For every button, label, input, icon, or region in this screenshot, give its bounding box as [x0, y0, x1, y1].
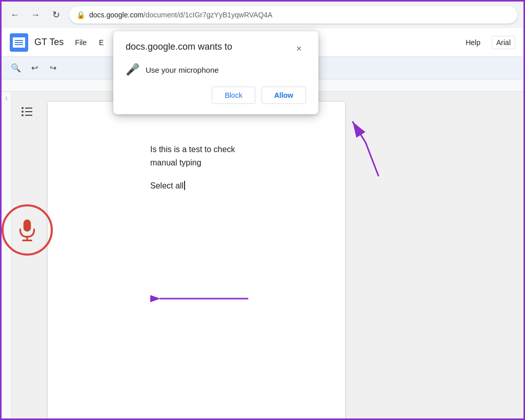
docs-app-icon [10, 33, 28, 52]
lock-icon: 🔒 [76, 11, 85, 19]
permission-dialog: docs.google.com wants to × 🎤 Use your mi… [113, 31, 318, 114]
dialog-permission-row: 🎤 Use your microphone [126, 63, 306, 76]
url-text: docs.google.com/document/d/1cIGr7gzYyB1y… [89, 11, 272, 19]
microphone-icon: 🎤 [126, 63, 139, 76]
document-text: Is this is a test to check manual typing… [150, 143, 235, 203]
forward-button[interactable]: → [28, 8, 43, 22]
svg-rect-1 [25, 111, 32, 112]
svg-point-5 [22, 114, 24, 116]
permission-text: Use your microphone [146, 66, 219, 74]
doc-paragraph-1: Is this is a test to check manual typing [150, 143, 235, 169]
svg-point-3 [22, 107, 24, 109]
undo-button[interactable]: ↩ [26, 60, 43, 76]
address-bar[interactable]: 🔒 docs.google.com/document/d/1cIGr7gzYyB… [69, 6, 517, 24]
docs-content: 1 [2, 92, 523, 420]
document-page: Is this is a test to check manual typing… [48, 102, 345, 420]
list-icon[interactable] [22, 107, 33, 119]
help-label: Help [460, 35, 486, 50]
dialog-actions: Block Allow [126, 87, 306, 104]
svg-point-4 [22, 111, 24, 113]
font-selector[interactable]: Arial [492, 36, 515, 49]
url-domain: docs.google.com [89, 11, 144, 19]
vertical-ruler: 1 [2, 92, 12, 420]
docs-title: GT Tes [34, 37, 64, 48]
browser-toolbar: ← → ↻ 🔒 docs.google.com/document/d/1cIGr… [2, 2, 523, 28]
url-path: /document/d/1cIGr7gzYyB1yqwRVAQ4A [144, 11, 273, 19]
dialog-close-button[interactable]: × [292, 41, 306, 56]
block-button[interactable]: Block [212, 87, 255, 104]
menu-item-edit[interactable]: E [94, 35, 109, 50]
docs-menu: File E [70, 35, 109, 50]
svg-rect-6 [24, 220, 31, 232]
microphone-button[interactable] [2, 204, 53, 256]
text-cursor [184, 181, 185, 190]
doc-paragraph-2: Select all [150, 179, 235, 193]
browser-chrome: ← → ↻ 🔒 docs.google.com/document/d/1cIGr… [2, 2, 523, 420]
docs-sidebar [12, 92, 43, 420]
menu-item-file[interactable]: File [70, 35, 92, 50]
redo-button[interactable]: ↪ [45, 60, 61, 76]
dialog-title: docs.google.com wants to [126, 41, 232, 52]
refresh-button[interactable]: ↻ [49, 8, 63, 22]
search-button[interactable]: 🔍 [8, 60, 24, 76]
dialog-header: docs.google.com wants to × [126, 41, 306, 56]
svg-rect-0 [25, 108, 32, 109]
svg-rect-2 [25, 115, 32, 116]
back-button[interactable]: ← [8, 8, 22, 22]
allow-button[interactable]: Allow [261, 87, 306, 104]
page-area: Is this is a test to check manual typing… [43, 92, 523, 420]
